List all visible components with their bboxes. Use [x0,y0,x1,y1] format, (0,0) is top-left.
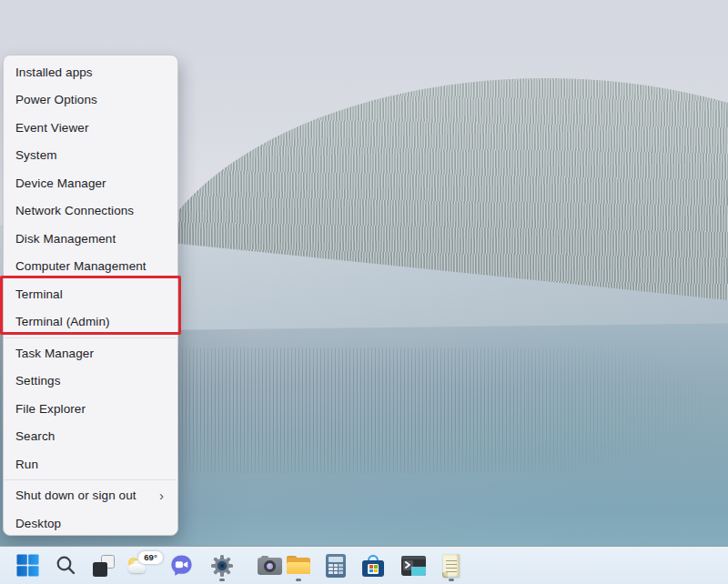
taskbar-terminal-button[interactable] [397,547,430,584]
weather-icon: 69° [127,551,158,580]
menu-item-device-manager[interactable]: Device Manager [4,169,177,197]
running-indicator-dot [449,579,454,581]
menu-item-label: Desktop [15,517,167,530]
search-icon [55,554,77,577]
start-icon [16,554,39,577]
terminal-icon [401,556,426,576]
menu-item-label: Terminal (Admin) [15,315,167,328]
taskbar-widgets-button[interactable]: 69° [126,547,159,584]
menu-separator [5,337,177,338]
taskbar-task-view-button[interactable] [87,547,120,584]
menu-item-installed-apps[interactable]: Installed apps [4,58,177,86]
menu-item-label: Power Options [15,93,167,106]
menu-item-desktop[interactable]: Desktop [4,509,177,538]
settings-gear-icon [210,554,234,578]
menu-item-label: Shut down or sign out [15,488,159,502]
menu-item-search[interactable]: Search [4,423,177,451]
menu-item-power-options[interactable]: Power Options [4,86,177,115]
taskbar-file-explorer-button[interactable] [282,547,315,584]
menu-item-terminal-admin[interactable]: Terminal (Admin) [4,308,177,337]
taskbar-camera-button[interactable] [253,547,286,584]
menu-item-file-explorer[interactable]: File Explorer [4,395,177,423]
notepad-icon [443,554,460,577]
menu-item-label: Disk Management [15,232,167,246]
menu-item-computer-management[interactable]: Computer Management [4,253,177,281]
running-indicator-dot [296,579,301,581]
menu-item-label: Event Viewer [15,121,167,135]
menu-item-disk-management[interactable]: Disk Management [4,225,177,253]
menu-separator [5,479,177,480]
folder-icon [287,555,310,577]
menu-item-event-viewer[interactable]: Event Viewer [4,114,177,142]
taskbar: 69° [0,546,728,584]
taskbar-start-button[interactable] [11,547,44,584]
menu-item-label: File Explorer [15,402,167,416]
submenu-chevron-icon: › [159,488,164,502]
menu-item-settings[interactable]: Settings [4,368,177,396]
taskbar-search-button[interactable] [49,547,82,584]
menu-item-label: System [15,148,167,162]
temperature-badge: 69° [138,551,163,564]
menu-item-label: Installed apps [15,65,167,79]
menu-item-network-connections[interactable]: Network Connections [4,197,177,226]
menu-item-label: Computer Management [15,259,167,273]
menu-item-label: Network Connections [15,204,167,217]
store-icon [361,554,385,578]
task-view-icon [93,555,115,577]
taskbar-chat-button[interactable] [165,547,197,584]
chat-icon [169,553,194,578]
menu-item-shut-down-or-sign-out[interactable]: Shut down or sign out › [4,482,177,510]
taskbar-store-button[interactable] [357,547,389,584]
menu-item-label: Terminal [15,287,167,301]
calculator-icon [326,554,346,578]
winx-context-menu: Installed apps Power Options Event Viewe… [3,55,178,536]
menu-item-system[interactable]: System [4,142,177,170]
menu-item-label: Run [15,458,167,471]
menu-item-terminal[interactable]: Terminal [4,280,177,308]
menu-item-label: Settings [15,374,167,388]
menu-item-task-manager[interactable]: Task Manager [4,339,177,368]
taskbar-settings-button[interactable] [206,547,238,584]
camera-icon [258,555,282,577]
running-indicator-dot [219,579,225,581]
taskbar-calculator-button[interactable] [319,547,352,584]
menu-item-label: Task Manager [15,347,167,360]
cloud-icon [128,564,146,573]
menu-item-label: Device Manager [15,176,167,190]
taskbar-notepad-button[interactable] [435,547,468,584]
desktop: Installed apps Power Options Event Viewe… [0,0,728,584]
menu-item-run[interactable]: Run [4,450,177,478]
menu-item-label: Search [15,429,167,443]
